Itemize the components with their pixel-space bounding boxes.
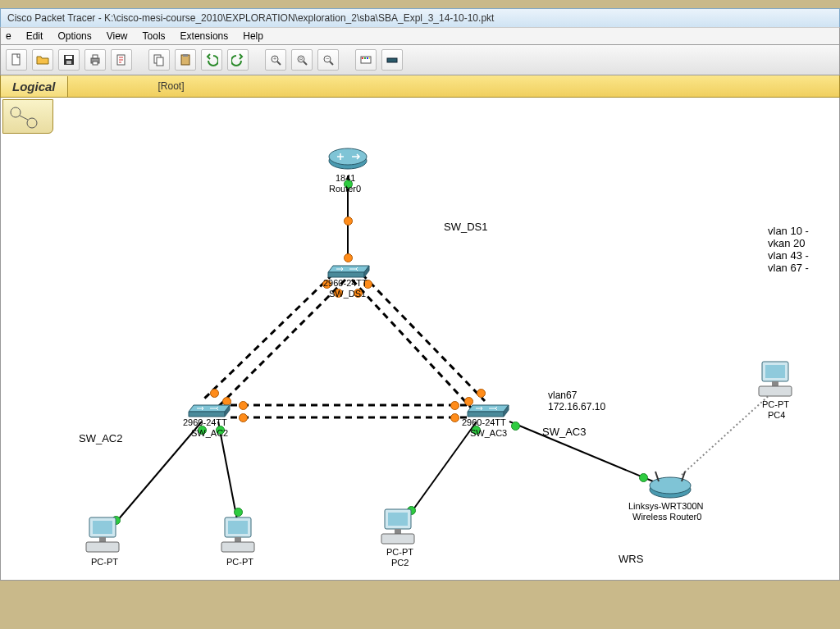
svg-marker-50 [468, 405, 509, 412]
svg-rect-67 [395, 529, 401, 534]
svg-rect-23 [364, 57, 366, 59]
svg-rect-11 [183, 54, 188, 57]
menu-view[interactable]: View [107, 30, 128, 42]
svg-line-34 [352, 280, 472, 409]
logical-tab[interactable]: Logical [1, 76, 68, 97]
device-sw-ds1[interactable] [325, 258, 371, 280]
vlan-list-2: vkan 20 [768, 237, 809, 249]
wrs-text-label: WRS [619, 553, 643, 565]
zoom-in-button[interactable]: + [265, 49, 286, 71]
svg-rect-2 [66, 56, 72, 59]
svg-line-33 [362, 274, 485, 401]
device-pc4[interactable] [756, 360, 797, 399]
svg-rect-0 [12, 54, 20, 65]
sw-ds1-model-label: 2960-24TT [323, 278, 368, 288]
svg-rect-22 [362, 57, 363, 59]
svg-text:+: + [273, 56, 276, 62]
topology-links [1, 98, 839, 580]
router0-name-label: Router0 [329, 184, 361, 194]
svg-line-41 [682, 393, 772, 475]
device-pc0[interactable] [83, 516, 124, 555]
menu-tools[interactable]: Tools [143, 30, 166, 42]
svg-rect-71 [772, 381, 778, 386]
device-router0[interactable] [327, 143, 368, 171]
device-pc1[interactable] [218, 516, 259, 555]
pc1-label: PC-PT [226, 557, 253, 567]
menu-extensions[interactable]: Extensions [180, 30, 229, 42]
router0-model-label: 1841 [336, 173, 355, 183]
pc4-name-label: PC4 [768, 410, 785, 420]
link-status-dot [239, 401, 248, 410]
redo-button[interactable] [227, 49, 249, 71]
print-button[interactable] [84, 49, 106, 71]
paste-button[interactable] [175, 49, 196, 71]
svg-point-54 [650, 477, 691, 494]
vlan67-line2: 172.16.67.10 [548, 401, 605, 412]
device-wireless-router0[interactable] [647, 467, 693, 499]
open-file-button[interactable] [32, 49, 53, 71]
vlan-list-1: vlan 10 - [768, 225, 809, 237]
svg-line-13 [277, 62, 281, 65]
svg-marker-45 [328, 272, 364, 277]
link-status-dot [511, 422, 520, 431]
vlan67-line1: vlan67 [548, 390, 605, 401]
vlan-list-4: vlan 67 - [768, 262, 809, 274]
custom-device-button[interactable] [381, 49, 403, 71]
menu-bar: e Edit Options View Tools Extensions Hel… [0, 27, 840, 45]
svg-line-16 [304, 62, 307, 65]
link-status-dot [450, 401, 459, 410]
zoom-out-button[interactable]: − [317, 49, 339, 71]
view-bar: Logical [Root] [0, 75, 840, 98]
svg-text:−: − [326, 56, 329, 62]
svg-text:R: R [299, 57, 304, 62]
svg-rect-60 [86, 542, 119, 552]
sw-ds1-text-label: SW_DS1 [444, 221, 487, 233]
svg-rect-3 [66, 61, 71, 64]
svg-rect-58 [93, 521, 112, 534]
link-status-dot [344, 217, 353, 226]
svg-rect-5 [93, 55, 98, 58]
new-file-button[interactable] [6, 49, 27, 71]
workspace-canvas[interactable]: 1841 Router0 2960-24TT SW_DS1 SW_DS1 [1, 98, 839, 580]
undo-button[interactable] [201, 49, 222, 71]
svg-rect-24 [367, 57, 368, 59]
svg-rect-62 [228, 521, 248, 534]
svg-rect-6 [93, 62, 98, 65]
svg-rect-25 [369, 57, 370, 59]
device-sw-ac2[interactable] [185, 397, 231, 420]
toolbar: + R − [0, 45, 840, 75]
svg-line-31 [202, 274, 333, 401]
workspace-container: 1841 Router0 2960-24TT SW_DS1 SW_DS1 [0, 98, 840, 581]
copy-button[interactable] [148, 49, 170, 71]
sw-ac3-model-label: 2960-24TT [462, 417, 506, 427]
save-button[interactable] [58, 49, 80, 71]
sw-ac3-text-label: SW_AC3 [542, 426, 586, 438]
window-titlebar: Cisco Packet Tracer - K:\cisco-mesi-cour… [0, 8, 840, 27]
menu-help[interactable]: Help [243, 30, 263, 42]
svg-rect-66 [388, 513, 408, 526]
pc2-name-label: PC2 [391, 558, 409, 567]
wrouter-model-label: Linksys-WRT300N [628, 501, 704, 511]
pc4-type-label: PC-PT [762, 399, 789, 409]
svg-rect-26 [387, 58, 397, 62]
vlan-list: vlan 10 - vkan 20 vlan 43 - vlan 67 - [768, 225, 809, 274]
svg-rect-63 [235, 537, 241, 542]
pc2-type-label: PC-PT [386, 547, 413, 557]
menu-edit[interactable]: Edit [26, 30, 43, 42]
sw-ac3-name-label: SW_AC3 [470, 428, 507, 438]
device-sw-ac3[interactable] [464, 397, 510, 420]
menu-options[interactable]: Options [57, 30, 91, 42]
svg-rect-70 [765, 365, 785, 378]
window-title: Cisco Packet Tracer - K:\cisco-mesi-cour… [7, 12, 494, 24]
wizard-button[interactable] [111, 49, 132, 71]
sw-ds1-name-label: SW_DS1 [329, 289, 366, 299]
menu-file[interactable]: e [6, 30, 11, 42]
palette-button[interactable] [355, 49, 377, 71]
root-breadcrumb[interactable]: [Root] [158, 80, 185, 92]
zoom-reset-button[interactable]: R [291, 49, 313, 71]
link-status-dot [450, 413, 459, 422]
svg-marker-44 [328, 266, 369, 272]
link-status-dot [239, 413, 248, 422]
svg-rect-68 [381, 534, 414, 544]
device-pc2[interactable] [378, 508, 419, 547]
